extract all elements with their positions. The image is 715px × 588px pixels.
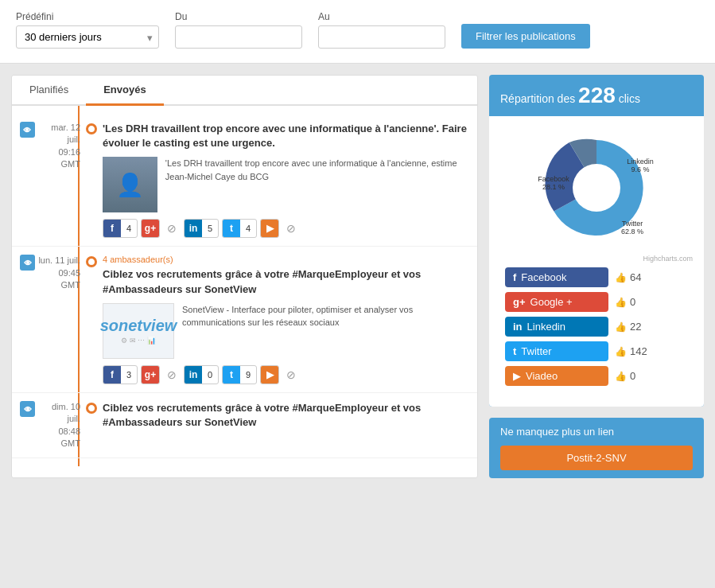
timeline-left-3: dim. 10 juil. 08:48 GMT	[20, 401, 91, 450]
stats-chart-area: Facebook 28.1 % Linkedin 9.6 % Twitter 6…	[489, 116, 704, 407]
post-title-1: 'Les DRH travaillent trop encore avec un…	[103, 122, 469, 150]
post-preview-1: 👤 'Les DRH travaillent trop encore avec …	[103, 157, 469, 212]
pie-chart: Facebook 28.1 % Linkedin 9.6 % Twitter 6…	[497, 124, 696, 263]
stat-fb-count: 64	[615, 271, 641, 283]
timeline-item-2: lun. 11 juil. 09:45 GMT 4 ambassadeur(s)…	[12, 247, 477, 392]
stats-rows: f Facebook 64 g+ Google + 0	[497, 263, 696, 399]
gp-icon-2: g+	[142, 366, 159, 384]
link-icon-3	[20, 401, 35, 417]
svg-point-0	[25, 128, 29, 131]
stat-viadeo-btn[interactable]: ▶ Viadeo	[505, 366, 608, 386]
link-icon-2	[20, 255, 35, 271]
au-group: Au	[318, 11, 445, 49]
timeline-date-2: lun. 11 juil. 09:45 GMT	[38, 255, 80, 291]
li-icon-2: in	[185, 366, 202, 384]
au-input[interactable]	[318, 25, 445, 49]
fb-count-1: 4	[121, 224, 137, 233]
vd-icon-stat: ▶	[513, 370, 521, 382]
top-bar: Prédéfini 30 derniers jours Du Au Filtre…	[0, 0, 715, 64]
cancel2-2[interactable]: ⊘	[282, 366, 300, 384]
tw-count-1: 4	[240, 224, 256, 233]
timeline-left-2: lun. 11 juil. 09:45 GMT	[20, 255, 91, 384]
timeline-left-1: mar. 12 juil. 09:16 GMT	[20, 122, 91, 238]
post-title-2: Ciblez vos recrutements grâce à votre #M…	[103, 267, 469, 296]
stat-facebook-btn[interactable]: f Facebook	[505, 267, 608, 287]
cancel-1[interactable]: ⊘	[163, 220, 181, 237]
fb-btn-2[interactable]: f 3	[103, 365, 138, 384]
timeline-dot-1	[86, 123, 97, 134]
timeline-date-3: dim. 10 juil. 08:48 GMT	[38, 401, 80, 450]
promo-button[interactable]: Postit-2-SNV	[500, 446, 693, 470]
left-panel: Planifiés Envoyés mar. 12 juil. 09:16 GM…	[11, 75, 478, 478]
vd-btn-1[interactable]: ▶	[260, 219, 279, 238]
tw-icon-2: t	[223, 366, 240, 384]
stat-google-btn[interactable]: g+ Google +	[505, 292, 608, 312]
post-preview-2: sonetview ⚙ ✉ ⋯ 📊 SonetView - Interface …	[103, 303, 469, 359]
tw-btn-1[interactable]: t 4	[222, 219, 257, 238]
predefined-select-wrap[interactable]: 30 derniers jours	[16, 25, 159, 49]
du-group: Du	[175, 11, 302, 49]
stat-linkedin-btn[interactable]: in Linkedin	[505, 317, 608, 337]
timeline-item: mar. 12 juil. 09:16 GMT 'Les DRH travail…	[12, 114, 477, 247]
li-count-1: 5	[202, 224, 218, 233]
cancel2-1[interactable]: ⊘	[282, 220, 300, 237]
gp-btn-1[interactable]: g+	[141, 219, 160, 238]
gp-icon-1: g+	[142, 220, 159, 237]
timeline: mar. 12 juil. 09:16 GMT 'Les DRH travail…	[12, 106, 477, 466]
filter-button[interactable]: Filtrer les publications	[461, 24, 590, 49]
tw-icon-stat: t	[513, 345, 516, 357]
stat-row-tw: t Twitter 142	[505, 341, 688, 361]
post-thumbnail-2: sonetview ⚙ ✉ ⋯ 📊	[103, 303, 174, 359]
timeline-right-1: 'Les DRH travaillent trop encore avec un…	[91, 122, 469, 238]
stat-row-fb: f Facebook 64	[505, 267, 688, 287]
predefined-select[interactable]: 30 derniers jours	[16, 25, 159, 49]
main-content: Planifiés Envoyés mar. 12 juil. 09:16 GM…	[0, 64, 715, 489]
tw-btn-2[interactable]: t 9	[222, 365, 257, 384]
tw-icon-1: t	[223, 220, 240, 237]
li-icon-1: in	[185, 220, 202, 237]
li-btn-1[interactable]: in 5	[184, 219, 219, 238]
link-icon-1	[20, 122, 35, 138]
li-count-2: 0	[202, 370, 218, 380]
fb-icon-stat: f	[513, 271, 516, 283]
post-desc-1: 'Les DRH travaillent trop encore avec un…	[165, 157, 469, 212]
vd-icon-2: ▶	[261, 366, 278, 384]
post-social-1: f 4 g+ ⊘ in 5 t 4	[103, 219, 469, 238]
stat-gp-count: 0	[615, 296, 635, 308]
svg-text:Facebook: Facebook	[538, 175, 569, 183]
li-icon-stat: in	[513, 321, 523, 333]
stats-card: Répartition des 228 clics	[489, 75, 704, 407]
timeline-date-1: mar. 12 juil. 09:16 GMT	[38, 122, 80, 171]
svg-point-3	[573, 164, 620, 212]
svg-text:Linkedin: Linkedin	[627, 158, 654, 165]
svg-text:Twitter: Twitter	[622, 220, 643, 228]
cancel-2[interactable]: ⊘	[163, 366, 181, 384]
vd-btn-2[interactable]: ▶	[260, 365, 279, 384]
li-btn-2[interactable]: in 0	[184, 365, 219, 384]
svg-text:62.8 %: 62.8 %	[621, 228, 643, 236]
stat-tw-count: 142	[615, 345, 647, 357]
predefined-group: Prédéfini 30 derniers jours	[16, 11, 159, 49]
right-panel: Répartition des 228 clics	[489, 75, 704, 478]
chart-credit: Highcharts.com	[497, 255, 696, 263]
post-desc-2: SonetView - Interface pour piloter, opti…	[182, 303, 469, 359]
fb-btn-1[interactable]: f 4	[103, 219, 138, 238]
du-input[interactable]	[175, 25, 302, 49]
stat-twitter-btn[interactable]: t Twitter	[505, 341, 608, 361]
post-social-2: f 3 g+ ⊘ in 0 t 9	[103, 365, 469, 384]
tab-planifies[interactable]: Planifiés	[12, 76, 86, 106]
predefined-label: Prédéfini	[16, 11, 159, 22]
promo-title: Ne manquez plus un lien	[500, 426, 693, 438]
stat-li-count: 22	[615, 321, 641, 333]
tw-count-2: 9	[240, 370, 256, 380]
stat-row-vd: ▶ Viadeo 0	[505, 366, 688, 386]
fb-icon-1: f	[103, 220, 121, 237]
gp-icon-stat: g+	[513, 296, 526, 308]
gp-btn-2[interactable]: g+	[141, 365, 160, 384]
fb-count-2: 3	[121, 370, 137, 380]
stats-header: Répartition des 228 clics	[489, 75, 704, 116]
stat-vd-count: 0	[615, 370, 635, 382]
post-title-3: Ciblez vos recrutements grâce à votre #M…	[103, 401, 469, 430]
timeline-item-3: dim. 10 juil. 08:48 GMT Ciblez vos recru…	[12, 393, 477, 459]
tab-envoyes[interactable]: Envoyés	[86, 76, 163, 106]
